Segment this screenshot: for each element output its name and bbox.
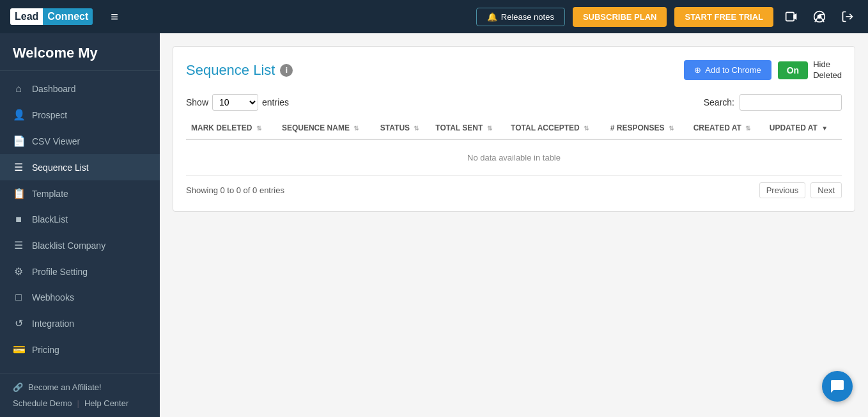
release-notes-label: Release notes [501,12,554,22]
col-responses[interactable]: # RESPONSES ⇅ [605,117,688,139]
sort-icon-active: ▼ [821,125,828,132]
sort-icon: ⇅ [414,125,419,132]
col-total-accepted[interactable]: TOTAL ACCEPTED ⇅ [506,117,605,139]
template-icon: 📋 [13,187,24,200]
sidebar-item-csv-viewer[interactable]: 📄 CSV Viewer [0,128,160,154]
integration-icon: ↺ [13,317,24,329]
next-button[interactable]: Next [810,182,842,198]
entries-label: entries [262,97,289,107]
sidebar-item-sequence-list[interactable]: ☰ Sequence List [0,154,160,180]
sidebar-item-webhooks[interactable]: □ Webhooks [0,285,160,310]
pagination-info: Showing 0 to 0 of 0 entries [186,185,754,195]
bell-icon: 🔔 [487,12,497,22]
sidebar-item-label: Blacklist Company [32,240,105,251]
previous-button[interactable]: Previous [759,182,806,198]
sidebar-item-label: CSV Viewer [32,136,80,146]
blacklist-icon: ■ [13,214,24,225]
panel-title: Sequence List i [186,62,293,79]
col-created-at[interactable]: CREATED AT ⇅ [688,117,764,139]
search-container: Search: [704,94,842,111]
schedule-demo-link[interactable]: Schedule Demo [13,398,72,408]
affiliate-icon: 🔗 [13,382,23,392]
sidebar-item-template[interactable]: 📋 Template [0,180,160,207]
footer-separator: | [77,398,79,408]
chrome-icon[interactable] [809,6,830,27]
col-sequence-name[interactable]: SEQUENCE NAME ⇅ [277,117,375,139]
pagination: Showing 0 to 0 of 0 entries Previous Nex… [186,182,842,198]
svg-point-3 [818,15,822,19]
sort-icon: ⇅ [256,125,261,132]
sidebar-item-label: Prospect [32,110,67,120]
sidebar-item-dashboard[interactable]: ⌂ Dashboard [0,76,160,102]
pricing-icon: 💳 [13,343,24,356]
sidebar-item-label: Integration [32,319,74,329]
sidebar: Welcome My ⌂ Dashboard 👤 Prospect 📄 CSV … [0,33,160,417]
sort-icon: ⇅ [487,125,492,132]
home-icon: ⌂ [13,83,24,95]
sidebar-item-blacklist-company[interactable]: ☰ Blacklist Company [0,232,160,258]
sidebar-item-label: Dashboard [32,84,76,94]
sequence-table: MARK DELETED ⇅ SEQUENCE NAME ⇅ STATUS ⇅ [186,117,842,176]
search-input[interactable] [740,94,842,111]
sort-icon: ⇅ [584,125,589,132]
chat-bubble[interactable] [822,371,853,402]
sequence-list-panel: Sequence List i ⊕ Add to Chrome On Hide … [173,46,855,212]
info-icon[interactable]: i [280,64,293,77]
add-to-chrome-button[interactable]: ⊕ Add to Chrome [684,60,771,80]
col-updated-at[interactable]: UPDATED AT ▼ [764,117,842,139]
video-icon[interactable] [781,6,802,27]
hide-deleted-toggle[interactable]: On [778,61,808,79]
blacklist-company-icon: ☰ [13,239,24,251]
sidebar-item-label: Sequence List [32,162,89,173]
sidebar-item-label: Webhooks [32,292,74,303]
sidebar-item-integration[interactable]: ↺ Integration [0,310,160,336]
sidebar-item-pricing[interactable]: 💳 Pricing [0,336,160,363]
sidebar-item-label: Template [32,189,68,199]
start-free-trial-button[interactable]: START FREE TRIAL [674,7,773,27]
entries-select[interactable]: 10 25 50 100 [212,94,258,111]
person-icon: 👤 [13,109,24,121]
sort-icon: ⇅ [745,125,750,132]
logo[interactable]: Lead Connect [10,8,93,25]
panel-header: Sequence List i ⊕ Add to Chrome On Hide … [186,59,842,81]
svg-rect-0 [786,12,794,20]
sidebar-footer-links: Schedule Demo | Help Center [13,398,147,408]
logout-icon[interactable] [837,6,858,27]
affiliate-link[interactable]: 🔗 Become an Affiliate! [13,382,147,392]
chrome-add-icon: ⊕ [694,65,701,75]
list-icon: ☰ [13,161,24,173]
no-data-cell: No data available in table [186,139,842,176]
show-entries: Show 10 25 50 100 entries [186,94,289,111]
sidebar-item-prospect[interactable]: 👤 Prospect [0,102,160,128]
main-content: Sequence List i ⊕ Add to Chrome On Hide … [160,33,868,417]
subscribe-plan-button[interactable]: SUBSCRIBE PLAN [573,7,667,27]
sidebar-welcome: Welcome My [0,33,160,71]
sidebar-item-label: BlackList [32,214,68,224]
sidebar-nav: ⌂ Dashboard 👤 Prospect 📄 CSV Viewer ☰ Se… [0,71,160,373]
logo-connect: Connect [43,8,93,25]
col-mark-deleted[interactable]: MARK DELETED ⇅ [186,117,277,139]
no-data-row: No data available in table [186,139,842,176]
toggle-container: On Hide Deleted [778,59,842,81]
release-notes-button[interactable]: 🔔 Release notes [476,8,565,26]
col-status[interactable]: STATUS ⇅ [375,117,430,139]
hamburger-icon[interactable]: ≡ [111,10,118,24]
sidebar-item-blacklist[interactable]: ■ BlackList [0,207,160,232]
sequence-list-title: Sequence List [186,62,275,79]
table-controls: Show 10 25 50 100 entries Search: [186,94,842,111]
settings-icon: ⚙ [13,265,24,278]
sidebar-item-profile-setting[interactable]: ⚙ Profile Setting [0,258,160,285]
webhooks-icon: □ [13,292,24,303]
sidebar-item-label: Pricing [32,345,59,355]
sidebar-item-label: Profile Setting [32,267,88,277]
sort-icon: ⇅ [669,125,674,132]
sort-icon: ⇅ [353,125,359,132]
csv-icon: 📄 [13,135,24,147]
col-total-sent[interactable]: TOTAL SENT ⇅ [430,117,506,139]
help-center-link[interactable]: Help Center [84,398,128,408]
sidebar-bottom: 🔗 Become an Affiliate! Schedule Demo | H… [0,373,160,417]
search-label: Search: [704,97,734,107]
hide-deleted-label: Hide Deleted [813,59,842,81]
show-label: Show [186,97,208,107]
panel-header-right: ⊕ Add to Chrome On Hide Deleted [684,59,842,81]
